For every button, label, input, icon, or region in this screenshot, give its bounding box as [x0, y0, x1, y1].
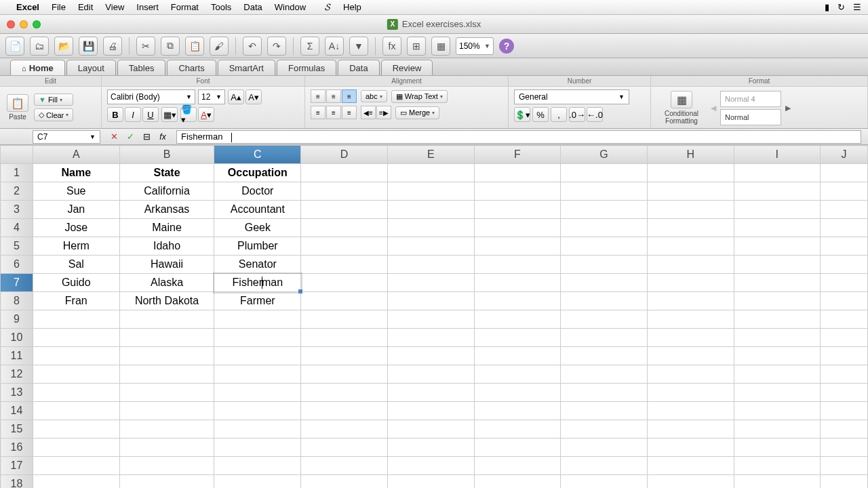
cell-I12[interactable] — [734, 365, 821, 384]
font-name-select[interactable]: Calibri (Body)▼ — [107, 89, 195, 104]
cell-C13[interactable] — [214, 384, 301, 402]
cell-H11[interactable] — [647, 347, 734, 365]
cell-I16[interactable] — [734, 439, 821, 457]
cell-J9[interactable] — [821, 310, 868, 329]
cell-D6[interactable] — [301, 256, 388, 274]
tab-tables[interactable]: Tables — [117, 60, 166, 75]
cell-G13[interactable] — [561, 384, 648, 402]
align-left-button[interactable]: ≡ — [311, 106, 326, 119]
copy-button[interactable]: ⧉ — [161, 37, 180, 56]
cell-G4[interactable] — [561, 219, 648, 237]
cell-H16[interactable] — [647, 439, 734, 457]
toolbox-button[interactable]: ⊞ — [407, 37, 426, 56]
cell-B1[interactable]: State — [119, 164, 214, 182]
cell-F4[interactable] — [474, 219, 561, 237]
cell-A3[interactable]: Jan — [33, 201, 119, 219]
cell-A9[interactable] — [33, 310, 119, 329]
cell-G6[interactable] — [561, 256, 648, 274]
align-top-button[interactable]: ≡ — [311, 89, 326, 103]
cell-D2[interactable] — [301, 182, 388, 201]
menu-view[interactable]: View — [105, 2, 124, 12]
chevron-right-icon[interactable]: ▶ — [785, 104, 791, 113]
cell-B14[interactable] — [119, 402, 214, 420]
sort-button[interactable]: A↓ — [325, 37, 344, 56]
clear-button[interactable]: ◇Clear▾ — [34, 108, 73, 121]
minimize-window-button[interactable] — [20, 20, 28, 28]
row-header-14[interactable]: 14 — [1, 402, 33, 420]
spreadsheet[interactable]: ABCDEFGHIJ1NameStateOccupation2SueCalifo… — [0, 145, 868, 488]
cell-A12[interactable] — [33, 365, 119, 384]
row-header-6[interactable]: 6 — [1, 256, 33, 274]
cell-A17[interactable] — [33, 457, 119, 475]
status-battery-icon[interactable]: ▮ — [825, 2, 829, 12]
wrap-text-button[interactable]: ▦ Wrap Text▾ — [391, 90, 448, 103]
cell-H9[interactable] — [647, 310, 734, 329]
cell-C17[interactable] — [214, 457, 301, 475]
cell-E11[interactable] — [387, 347, 474, 365]
cell-A15[interactable] — [33, 420, 119, 439]
cell-F15[interactable] — [474, 420, 561, 439]
percent-button[interactable]: % — [532, 107, 549, 122]
cell-G9[interactable] — [561, 310, 648, 329]
cell-H5[interactable] — [647, 237, 734, 256]
cell-A10[interactable] — [33, 329, 119, 347]
cell-C10[interactable] — [214, 329, 301, 347]
cell-C8[interactable]: Farmer — [214, 292, 301, 310]
merge-button[interactable]: ▭ Merge▾ — [395, 106, 439, 119]
borders-button[interactable]: ▦▾ — [161, 107, 178, 122]
cell-F13[interactable] — [474, 384, 561, 402]
column-header-F[interactable]: F — [474, 146, 561, 164]
cell-J15[interactable] — [821, 420, 868, 439]
cell-C14[interactable] — [214, 402, 301, 420]
cell-I5[interactable] — [734, 237, 821, 256]
decrease-decimal-button[interactable]: ←.0 — [587, 107, 603, 122]
cell-B11[interactable] — [119, 347, 214, 365]
cell-D8[interactable] — [301, 292, 388, 310]
cell-C5[interactable]: Plumber — [214, 237, 301, 256]
cell-D14[interactable] — [301, 402, 388, 420]
cell-E4[interactable] — [387, 219, 474, 237]
tab-charts[interactable]: Charts — [167, 60, 216, 75]
tab-review[interactable]: Review — [381, 60, 433, 75]
undo-button[interactable]: ↶ — [243, 37, 262, 56]
cell-A14[interactable] — [33, 402, 119, 420]
cell-I11[interactable] — [734, 347, 821, 365]
cell-E6[interactable] — [387, 256, 474, 274]
cell-J4[interactable] — [821, 219, 868, 237]
cell-B2[interactable]: California — [119, 182, 214, 201]
cell-B7[interactable]: Alaska — [119, 274, 214, 292]
cell-A16[interactable] — [33, 439, 119, 457]
cell-F8[interactable] — [474, 292, 561, 310]
cell-I15[interactable] — [734, 420, 821, 439]
cell-H3[interactable] — [647, 201, 734, 219]
cell-D13[interactable] — [301, 384, 388, 402]
cell-B5[interactable]: Idaho — [119, 237, 214, 256]
cell-style-normal[interactable]: Normal — [720, 109, 781, 125]
cell-G8[interactable] — [561, 292, 648, 310]
cell-F1[interactable] — [474, 164, 561, 182]
cell-H15[interactable] — [647, 420, 734, 439]
cell-A8[interactable]: Fran — [33, 292, 119, 310]
cell-D9[interactable] — [301, 310, 388, 329]
cell-E5[interactable] — [387, 237, 474, 256]
column-header-J[interactable]: J — [821, 146, 868, 164]
cell-E3[interactable] — [387, 201, 474, 219]
orientation-button[interactable]: abc▾ — [361, 90, 387, 102]
row-header-3[interactable]: 3 — [1, 201, 33, 219]
cell-G7[interactable] — [561, 274, 648, 292]
cell-D16[interactable] — [301, 439, 388, 457]
cell-E2[interactable] — [387, 182, 474, 201]
formula-builder-button[interactable]: ⊟ — [140, 131, 153, 143]
redo-button[interactable]: ↷ — [267, 37, 286, 56]
cell-C18[interactable] — [214, 475, 301, 489]
cell-C3[interactable]: Accountant — [214, 201, 301, 219]
status-spotlight-icon[interactable]: ☰ — [853, 2, 861, 12]
cell-F18[interactable] — [474, 475, 561, 489]
cell-F6[interactable] — [474, 256, 561, 274]
row-header-1[interactable]: 1 — [1, 164, 33, 182]
confirm-edit-button[interactable]: ✓ — [123, 131, 137, 143]
cell-C9[interactable] — [214, 310, 301, 329]
template-button[interactable]: 🗂 — [30, 37, 49, 56]
cell-H12[interactable] — [647, 365, 734, 384]
app-name[interactable]: Excel — [16, 2, 39, 12]
